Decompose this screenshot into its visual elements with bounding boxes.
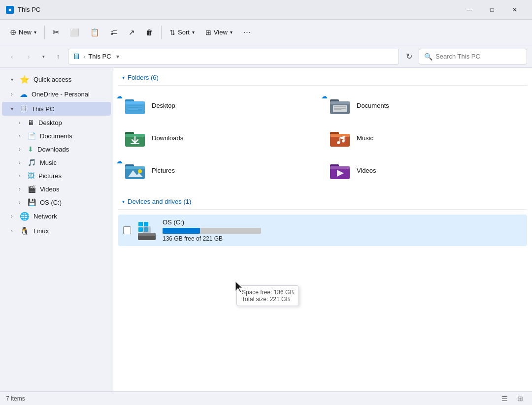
quick-access-icon: ⭐ [20, 75, 30, 84]
content-area: ▾ Folders (6) ☁ [113, 68, 532, 391]
expand-icon-documents: › [16, 132, 24, 140]
svg-rect-37 [144, 222, 148, 226]
sidebar-item-network[interactable]: › 🌐 Network [2, 209, 111, 223]
folder-icon-videos [329, 159, 351, 181]
svg-marker-43 [235, 281, 242, 292]
address-chevron: ▾ [116, 53, 119, 60]
sidebar-item-music[interactable]: › 🎵 Music [2, 156, 111, 169]
folder-item-desktop[interactable]: ☁ Desktop [118, 90, 322, 121]
svg-rect-36 [138, 222, 143, 226]
more-button[interactable]: ··· [238, 24, 256, 41]
svg-rect-11 [333, 105, 347, 112]
status-bar: 7 items ☰ ⊞ [0, 391, 532, 405]
back-button[interactable]: ‹ [5, 50, 19, 63]
folder-item-videos[interactable]: Videos [323, 155, 527, 186]
address-separator: › [83, 53, 85, 60]
sidebar-label-downloads: Downloads [37, 146, 69, 153]
address-bar-icon: 🖥 [72, 52, 80, 61]
title-bar-left: ■ This PC [6, 6, 40, 14]
view-button[interactable]: ⊞ View ▾ [200, 24, 237, 41]
sidebar-item-documents[interactable]: › 📄 Documents [2, 129, 111, 142]
sidebar-label-desktop: Desktop [38, 119, 62, 126]
cut-icon: ✂ [53, 28, 59, 37]
search-icon: 🔍 [424, 53, 432, 61]
toolbar-divider-2 [161, 26, 162, 39]
folder-item-music[interactable]: Music [323, 122, 527, 154]
sidebar-label-os-c: OS (C:) [40, 199, 62, 206]
sidebar-label-this-pc: This PC [32, 105, 54, 113]
delete-button[interactable]: 🗑 [141, 24, 158, 41]
cut-button[interactable]: ✂ [48, 24, 64, 41]
svg-rect-3 [125, 101, 145, 104]
folder-icon-documents [329, 94, 351, 116]
recent-button[interactable]: ▾ [38, 50, 48, 63]
svg-rect-38 [138, 227, 143, 232]
expand-icon-linux: › [8, 227, 16, 235]
folder-item-pictures[interactable]: ☁ Pictures [118, 155, 322, 186]
music-icon: 🎵 [28, 158, 36, 166]
tooltip-line1: Space free: 136 GB [242, 289, 294, 296]
sidebar-item-quick-access[interactable]: ▾ ⭐ Quick access [2, 72, 111, 87]
folder-name-downloads: Downloads [152, 134, 183, 142]
svg-rect-10 [330, 101, 350, 104]
onedrive-icon: ☁ [20, 90, 28, 99]
sidebar-item-onedrive[interactable]: › ☁ OneDrive - Personal [2, 87, 111, 101]
drive-tooltip: Space free: 136 GB Total size: 221 GB [236, 285, 299, 306]
copy-button[interactable]: ⬜ [65, 24, 84, 41]
folders-toggle[interactable]: ▾ [122, 75, 125, 80]
network-icon: 🌐 [20, 212, 30, 221]
toolbar: ⊕ New ▾ ✂ ⬜ 📋 🏷 ↗ 🗑 ⇅ Sort ▾ ⊞ View ▾ ··… [0, 20, 532, 45]
drives-section: OS (C:) 136 GB free of 221 GB [118, 212, 527, 251]
this-pc-icon: 🖥 [20, 104, 28, 113]
paste-button[interactable]: 📋 [85, 24, 104, 41]
folder-name-documents: Documents [357, 102, 389, 109]
more-icon: ··· [243, 28, 251, 37]
search-input[interactable] [435, 53, 522, 60]
os-c-icon: 💾 [28, 198, 36, 206]
drives-toggle[interactable]: ▾ [122, 199, 125, 204]
svg-rect-42 [143, 226, 151, 234]
folder-icon-wrap-downloads [123, 126, 147, 150]
cursor [234, 280, 244, 293]
up-button[interactable]: ↑ [51, 50, 65, 63]
sidebar-item-pictures[interactable]: › 🖼 Pictures [2, 169, 111, 182]
sidebar-item-linux[interactable]: › 🐧 Linux [2, 224, 111, 238]
new-icon: ⊕ [10, 28, 16, 37]
drive-info: OS (C:) 136 GB free of 221 GB [163, 218, 522, 242]
sidebar-item-videos[interactable]: › 🎬 Videos [2, 183, 111, 195]
folder-item-documents[interactable]: ☁ Documents [323, 90, 527, 121]
address-bar[interactable]: 🖥 › This PC ▾ [68, 49, 399, 64]
share-button[interactable]: ↗ [124, 24, 140, 41]
drive-item-os-c[interactable]: OS (C:) 136 GB free of 221 GB [118, 215, 527, 246]
share-icon: ↗ [129, 28, 135, 37]
svg-rect-34 [330, 166, 350, 169]
maximize-button[interactable]: □ [481, 0, 503, 20]
sidebar-item-this-pc[interactable]: ▾ 🖥 This PC [2, 102, 111, 116]
search-bar[interactable]: 🔍 [419, 49, 527, 64]
minimize-button[interactable]: — [458, 0, 481, 20]
new-label: New [19, 29, 32, 36]
drive-checkbox[interactable] [123, 226, 131, 234]
svg-point-22 [337, 141, 340, 144]
new-button[interactable]: ⊕ New ▾ [5, 24, 41, 41]
videos-icon: 🎬 [28, 185, 36, 193]
folder-name-desktop: Desktop [152, 102, 175, 109]
sidebar-label-onedrive: OneDrive - Personal [32, 91, 90, 98]
toolbar-divider-1 [44, 26, 45, 39]
close-button[interactable]: ✕ [503, 0, 526, 20]
sidebar-item-desktop[interactable]: › 🖥 Desktop [2, 116, 111, 129]
tile-view-button[interactable]: ⊞ [514, 393, 526, 405]
sidebar-item-downloads[interactable]: › ⬇ Downloads [2, 143, 111, 156]
linux-icon: 🐧 [20, 226, 30, 236]
sidebar-item-os-c[interactable]: › 💾 OS (C:) [2, 196, 111, 209]
folder-item-downloads[interactable]: Downloads [118, 122, 322, 154]
sort-button[interactable]: ⇅ Sort ▾ [165, 24, 200, 41]
list-view-button[interactable]: ☰ [499, 393, 510, 405]
forward-button[interactable]: › [22, 50, 35, 63]
desktop-icon: 🖥 [28, 119, 34, 126]
folder-icon-wrap-documents: ☁ [328, 93, 352, 117]
status-bar-right: ☰ ⊞ [499, 393, 526, 405]
drive-bar-bg [163, 228, 261, 234]
refresh-button[interactable]: ↻ [402, 50, 416, 63]
rename-button[interactable]: 🏷 [105, 24, 123, 41]
